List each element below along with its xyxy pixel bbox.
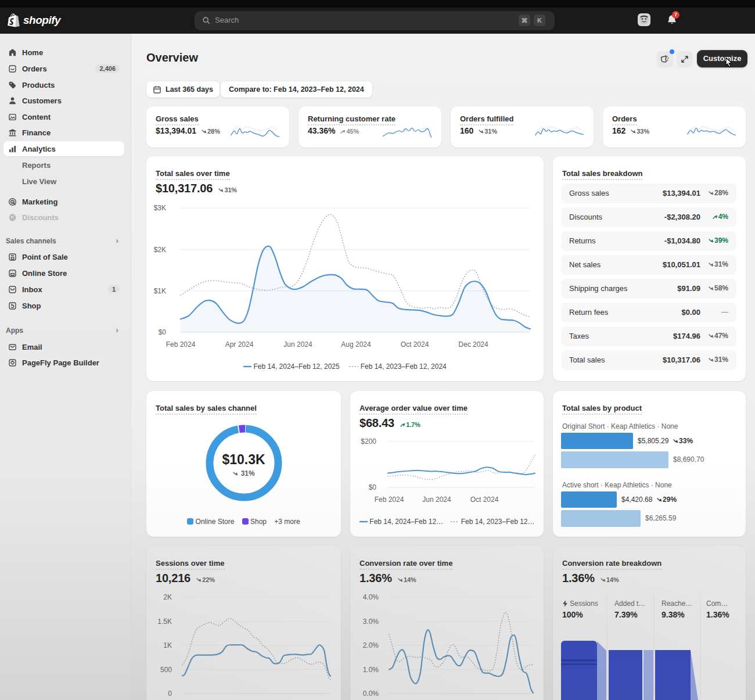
- svg-text:$0: $0: [369, 483, 377, 491]
- svg-text:0.0%: 0.0%: [363, 690, 379, 698]
- svg-text:1.0%: 1.0%: [363, 666, 379, 674]
- svg-text:$3K: $3K: [154, 204, 166, 212]
- svg-text:Jun 2024: Jun 2024: [422, 496, 451, 504]
- svg-text:$0: $0: [159, 328, 167, 336]
- svg-text:2K: 2K: [163, 593, 172, 601]
- svg-text:0: 0: [168, 690, 172, 698]
- svg-text:1.5K: 1.5K: [157, 618, 172, 626]
- svg-text:Aug 2024: Aug 2024: [341, 340, 371, 349]
- svg-text:1K: 1K: [163, 641, 172, 649]
- svg-text:4.0%: 4.0%: [363, 593, 379, 601]
- svg-text:Oct 2024: Oct 2024: [470, 496, 499, 504]
- svg-text:Feb 2024: Feb 2024: [166, 340, 196, 349]
- svg-text:2.0%: 2.0%: [363, 641, 379, 649]
- svg-text:$200: $200: [361, 437, 376, 446]
- svg-text:500: 500: [160, 666, 172, 674]
- svg-text:Dec 2024: Dec 2024: [458, 340, 488, 349]
- svg-text:$2K: $2K: [154, 246, 166, 254]
- svg-text:3.0%: 3.0%: [363, 618, 379, 626]
- svg-text:Jun 2024: Jun 2024: [283, 340, 312, 349]
- svg-text:Feb 2024: Feb 2024: [375, 496, 404, 504]
- svg-text:Oct 2024: Oct 2024: [401, 340, 429, 349]
- svg-text:Apr 2024: Apr 2024: [225, 340, 254, 349]
- svg-text:$1K: $1K: [154, 287, 166, 295]
